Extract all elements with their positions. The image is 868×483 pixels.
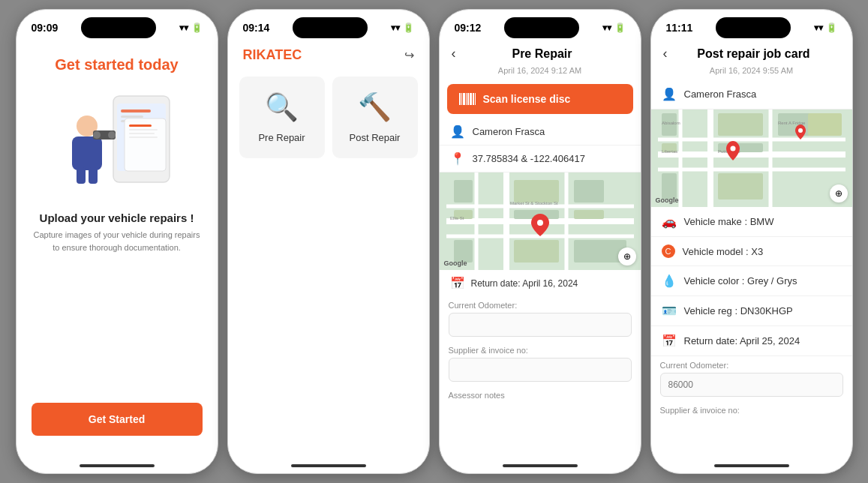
svg-rect-10 [77,167,86,184]
svg-rect-31 [514,240,559,262]
gear-icon-4: C [662,244,675,258]
battery-icon-2: 🔋 [403,22,414,33]
color-icon-4: 💧 [662,274,677,288]
calendar-icon-4: 📅 [662,334,677,348]
upload-desc: Capture images of your vehicle during re… [32,229,203,254]
home-indicator-4 [651,458,852,473]
svg-rect-51 [718,173,763,200]
return-date-3: Return date: April 16, 2024 [471,278,578,289]
svg-text:Ellis St: Ellis St [450,216,464,220]
phone-1: 09:09 ▾▾ 🔋 Get started today [16,9,218,474]
compass-3[interactable]: ⊕ [618,248,636,266]
get-started-title: Get started today [55,56,178,74]
odometer-input-4[interactable] [660,373,843,397]
wifi-icon-2: ▾▾ [391,22,400,33]
odometer-input-3[interactable] [449,313,632,337]
dynamic-island-1 [81,17,156,38]
svg-rect-13 [129,124,152,127]
post-repair-card[interactable]: 🔨 Post Repair [332,76,418,158]
svg-rect-25 [514,180,559,202]
supplier-input-3[interactable] [449,358,632,382]
svg-text:Abisalom: Abisalom [662,121,680,125]
scan-label: Scan license disc [483,93,571,105]
map-4: Abisalom Rent A Fridge Libertas Puttick … [651,110,852,207]
rikatec-logo: RIKATEC [243,47,302,63]
vehicle-reg-4: Vehicle reg : DN30KHGP [684,305,793,316]
svg-point-57 [798,128,803,133]
screen1-content: Get started today [17,41,218,458]
phone-4: 11:11 ▾▾ 🔋 ‹ Post repair job card April … [650,9,853,474]
supplier-group-4: Supplier & invoice no: [651,401,852,422]
barcode-icon [459,93,476,105]
location-3: 37.785834 & -122.406417 [473,153,585,164]
svg-rect-45 [718,113,763,136]
svg-rect-2 [121,110,151,112]
svg-point-56 [730,146,735,152]
return-date-row-4: 📅 Return date: April 25, 2024 [651,326,852,356]
screen3-content: ‹ Pre Repair April 16, 2024 9:12 AM Scan… [440,41,641,458]
vehicle-color-row: 💧 Vehicle color : Grey / Grys [651,266,852,296]
menu-cards: 🔍 Pre Repair 🔨 Post Repair [228,69,429,166]
upload-title: Upload your vehicle repairs ! [40,212,194,224]
screen3-header: ‹ Pre Repair [440,41,641,66]
status-icons-1: ▾▾ 🔋 [179,22,203,33]
battery-icon-4: 🔋 [826,22,837,33]
time-3: 09:12 [455,22,482,34]
svg-rect-24 [454,180,473,202]
status-bar-4: 11:11 ▾▾ 🔋 [651,10,852,41]
id-icon-4: 🪪 [662,304,677,318]
supplier-label-3: Supplier & invoice no: [449,346,632,355]
supplier-label-4: Supplier & invoice no: [660,406,843,415]
compass-4[interactable]: ⊕ [830,184,848,202]
post-repair-label: Post Repair [350,132,401,143]
svg-rect-14 [129,129,158,130]
svg-point-9 [108,131,116,139]
scan-license-bar[interactable]: Scan license disc [447,84,633,114]
wifi-icon: ▾▾ [179,22,188,33]
return-date-row-3: 📅 Return date: April 16, 2024 [440,270,641,296]
vehicle-model-4: Vehicle model : X3 [683,246,764,257]
svg-rect-11 [89,167,98,184]
screen4-title: Post repair job card [668,47,840,61]
svg-rect-47 [808,113,842,136]
battery-icon-3: 🔋 [614,22,626,33]
get-started-button[interactable]: Get Started [32,403,203,436]
screen3-title: Pre Repair [456,47,629,61]
status-bar-2: 09:14 ▾▾ 🔋 [228,10,429,41]
user-icon-3: 👤 [450,124,465,139]
assessor-label-3: Assessor notes [449,391,632,400]
svg-text:Rent A Fridge: Rent A Fridge [778,121,806,125]
home-indicator-3 [440,458,641,473]
odometer-label-3: Current Odometer: [449,301,632,310]
svg-text:Market St & Stockton St: Market St & Stockton St [510,201,558,206]
screen4-header: ‹ Post repair job card [651,41,852,66]
google-logo-3: Google [444,260,467,267]
google-logo-4: Google [656,196,679,204]
time-1: 09:09 [32,22,59,34]
odometer-group-4: Current Odometer: [651,356,852,401]
logout-icon[interactable]: ↪ [404,48,414,62]
pre-repair-label: Pre Repair [258,132,305,143]
search-card-icon: 🔍 [265,92,299,123]
car-icon-4: 🚗 [662,214,677,229]
return-date-4: Return date: April 25, 2024 [684,335,800,346]
pre-repair-card[interactable]: 🔍 Pre Repair [239,76,325,158]
svg-rect-50 [662,173,677,200]
status-icons-2: ▾▾ 🔋 [391,22,414,33]
svg-rect-15 [129,133,155,134]
time-4: 11:11 [666,22,693,34]
vehicle-reg-row: 🪪 Vehicle reg : DN30KHGP [651,296,852,326]
vehicle-model-row: C Vehicle model : X3 [651,237,852,266]
svg-rect-16 [129,136,158,138]
battery-icon: 🔋 [191,22,203,33]
screen2-content: RIKATEC ↪ 🔍 Pre Repair 🔨 Post Repair [228,41,429,458]
svg-rect-29 [574,210,604,219]
status-bar-1: 09:09 ▾▾ 🔋 [17,10,218,41]
screen4-content: ‹ Post repair job card April 16, 2024 9:… [651,41,852,458]
user-row-3: 👤 Cameron Frasca [440,118,641,146]
logo-rika: RIKA [243,47,275,62]
svg-rect-6 [72,136,102,170]
status-icons-4: ▾▾ 🔋 [814,22,837,33]
status-icons-3: ▾▾ 🔋 [602,22,626,33]
status-bar-3: 09:12 ▾▾ 🔋 [440,10,641,41]
